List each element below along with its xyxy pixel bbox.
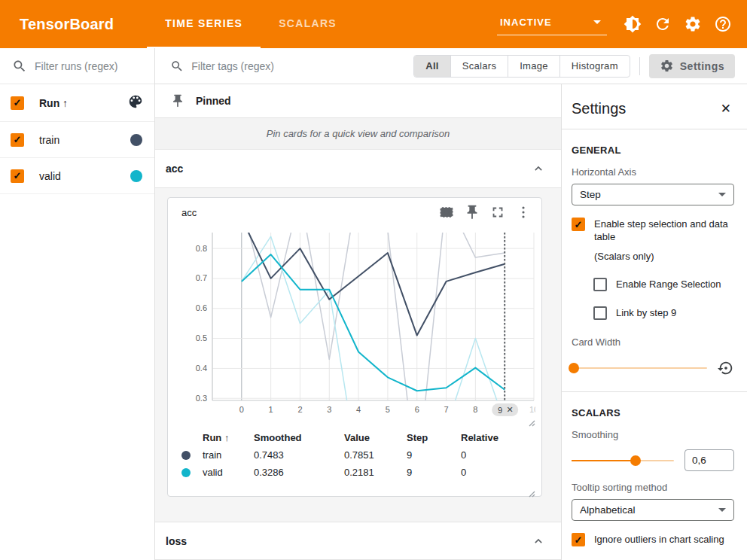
tags-filter-input[interactable] <box>191 60 413 72</box>
chevron-up-icon[interactable] <box>531 534 546 549</box>
run-checkbox-valid[interactable] <box>11 169 24 183</box>
caret-down-icon <box>718 193 726 196</box>
run-color-swatch-valid <box>130 170 142 182</box>
col-header-run[interactable]: Run ↑ <box>203 432 254 443</box>
card-zone: acc 0.30.40.50.60.70.8012345678109✕ Run … <box>155 188 561 522</box>
horizontal-axis-select[interactable]: Step <box>572 184 734 205</box>
smoothing-slider[interactable] <box>572 455 674 466</box>
series-dot-valid <box>181 468 191 477</box>
svg-text:3: 3 <box>327 405 331 414</box>
runs-header-row: Run ↑ <box>0 84 154 122</box>
step-selection-row[interactable]: Enable step selection and data table(Sca… <box>572 218 734 263</box>
dark-mode-toggle-button[interactable] <box>624 15 642 33</box>
run-checkbox-train[interactable] <box>11 133 24 147</box>
runs-column-header[interactable]: Run ↑ <box>39 97 127 109</box>
tab-scalars[interactable]: SCALARS <box>261 0 355 48</box>
gear-icon <box>660 59 674 73</box>
card-header: acc <box>168 198 541 227</box>
runs-filter-input[interactable] <box>35 60 154 72</box>
col-header-step: Step <box>407 432 461 443</box>
smoothing-label: Smoothing <box>572 429 734 440</box>
cell-smoothed: 0.7483 <box>254 449 344 461</box>
run-row-valid[interactable]: valid <box>0 158 154 194</box>
more-options-icon-button[interactable] <box>514 203 532 221</box>
select-all-runs-checkbox[interactable] <box>11 96 24 110</box>
filter-pill-histogram[interactable]: Histogram <box>559 56 630 77</box>
tags-toolbar: All Scalars Image Histogram Settings <box>155 48 747 84</box>
link-by-step-row[interactable]: Link by step 9 <box>593 306 734 320</box>
card-title: acc <box>181 207 430 218</box>
pinned-empty-message: Pin cards for a quick view and compariso… <box>155 118 561 150</box>
smoothing-value-input[interactable] <box>684 449 734 471</box>
step-selection-checkbox[interactable] <box>572 218 585 231</box>
table-header-row: Run ↑ Smoothed Value Step Relative <box>181 428 541 446</box>
pin-card-icon-button[interactable] <box>463 203 481 221</box>
close-icon[interactable]: ✕ <box>718 99 734 118</box>
link-by-step-label: Link by step 9 <box>616 306 676 319</box>
ignore-outliers-checkbox[interactable] <box>572 533 585 546</box>
chevron-up-icon[interactable] <box>531 161 546 176</box>
svg-text:✕: ✕ <box>507 405 514 414</box>
svg-text:9: 9 <box>498 406 502 415</box>
scalars-heading: SCALARS <box>572 407 734 418</box>
ignore-outliers-row[interactable]: Ignore outliers in chart scaling <box>572 533 734 546</box>
table-resize-handle[interactable] <box>528 487 535 493</box>
pin-icon <box>170 93 185 108</box>
svg-text:0.4: 0.4 <box>196 364 207 373</box>
general-heading: GENERAL <box>572 145 734 156</box>
card-width-slider[interactable] <box>572 363 707 373</box>
run-row-train[interactable]: train <box>0 122 154 158</box>
svg-text:10: 10 <box>529 405 535 414</box>
filter-pill-image[interactable]: Image <box>508 56 559 77</box>
divider <box>562 129 747 129</box>
section-header-loss[interactable]: loss <box>155 522 561 560</box>
slider-thumb[interactable] <box>630 455 641 466</box>
filter-pill-all[interactable]: All <box>414 56 450 77</box>
settings-button[interactable]: Settings <box>649 54 735 78</box>
cell-step: 9 <box>407 467 461 478</box>
runs-filter-row <box>0 48 154 84</box>
run-label-valid: valid <box>39 170 130 182</box>
pinned-title: Pinned <box>196 95 231 107</box>
plugin-filter-group: All Scalars Image Histogram <box>413 55 630 78</box>
tooltip-sort-select[interactable]: Alphabetical <box>572 499 734 521</box>
table-row-valid: valid 0.3286 0.2181 9 0 <box>181 464 541 481</box>
acc-line-chart[interactable]: 0.30.40.50.60.70.8012345678109✕ <box>178 227 535 416</box>
step-selection-note: (Scalars only) <box>594 250 654 263</box>
svg-text:5: 5 <box>386 405 390 414</box>
col-header-value: Value <box>344 432 407 443</box>
svg-text:0.7: 0.7 <box>196 273 207 282</box>
fullscreen-icon-button[interactable] <box>489 203 507 221</box>
reload-status-dropdown[interactable]: INACTIVE <box>497 14 607 35</box>
filter-pill-scalars[interactable]: Scalars <box>450 56 508 77</box>
cell-relative: 0 <box>461 467 541 478</box>
slider-thumb[interactable] <box>569 363 579 373</box>
tooltip-sort-value: Alphabetical <box>580 504 636 516</box>
palette-icon-button[interactable] <box>127 93 144 113</box>
status-label: INACTIVE <box>500 17 552 28</box>
refresh-button[interactable] <box>654 15 672 33</box>
svg-text:4: 4 <box>356 405 361 414</box>
range-selection-checkbox[interactable] <box>593 278 607 291</box>
run-label-train: train <box>39 134 130 146</box>
svg-text:0.6: 0.6 <box>196 303 207 312</box>
svg-text:0.8: 0.8 <box>196 244 207 253</box>
step-selection-label: Enable step selection and data table(Sca… <box>594 218 734 263</box>
run-color-swatch-train <box>130 134 142 146</box>
tab-time-series[interactable]: TIME SERIES <box>147 0 261 48</box>
cell-step: 9 <box>407 449 461 461</box>
tooltip-sort-label: Tooltip sorting method <box>572 482 734 493</box>
chart-resize-handle[interactable] <box>528 416 535 425</box>
fit-to-domain-icon-button[interactable] <box>438 203 456 221</box>
scalar-card-acc: acc 0.30.40.50.60.70.8012345678109✕ Run … <box>167 197 542 497</box>
range-selection-row[interactable]: Enable Range Selection <box>593 278 734 291</box>
help-icon-button[interactable] <box>714 15 732 33</box>
runs-sidebar: Run ↑ train valid <box>0 48 155 560</box>
reset-card-width-icon-button[interactable] <box>718 360 734 376</box>
gear-icon-button[interactable] <box>684 15 702 33</box>
svg-text:1: 1 <box>269 405 273 414</box>
col-header-relative: Relative <box>461 432 541 443</box>
link-by-step-checkbox[interactable] <box>593 306 607 320</box>
settings-button-label: Settings <box>680 60 724 72</box>
section-header-acc[interactable]: acc <box>155 150 561 188</box>
